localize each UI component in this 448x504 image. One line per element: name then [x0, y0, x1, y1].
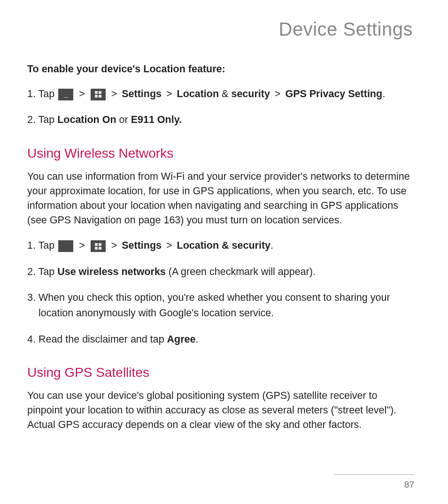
amp-text: & [219, 88, 231, 99]
separator-gt: > [74, 88, 90, 99]
wireless-step-1: 1. Tap > > Settings > Location & securit… [27, 238, 415, 253]
separator-gt: > [270, 88, 286, 99]
wstep-2-rest: (A green checkmark will appear). [166, 266, 316, 277]
apps-icon [91, 240, 106, 252]
page-footer: 87 [334, 474, 414, 490]
separator-gt: > [162, 88, 177, 99]
agree-label: Agree [167, 334, 196, 345]
step-1: 1. Tap > > Settings > Location & securit… [27, 86, 415, 102]
step-2-mid: or [116, 114, 131, 125]
nav-gps-privacy: GPS Privacy Setting [285, 88, 382, 99]
home-icon [58, 240, 73, 252]
wstep-4-end: . [196, 334, 199, 345]
page-number: 87 [334, 480, 414, 490]
nav-settings: Settings [122, 88, 162, 99]
home-icon [58, 89, 73, 100]
nav-location: Location [177, 88, 219, 99]
wstep-4-prefix: 4. Read the disclaimer and tap [27, 334, 167, 345]
step-2-prefix: 2. Tap [27, 114, 57, 125]
separator-gt: > [107, 240, 122, 251]
nav-settings: Settings [122, 240, 162, 251]
wstep-1-prefix: 1. Tap [27, 240, 57, 251]
step-1-end: . [382, 88, 385, 99]
intro-heading: To enable your device's Location feature… [27, 63, 415, 75]
gps-body: You can use your device's global positio… [27, 389, 415, 433]
footer-divider [334, 474, 414, 475]
separator-gt: > [74, 240, 90, 251]
wireless-step-4: 4. Read the disclaimer and tap Agree. [27, 332, 415, 347]
page-title: Device Settings [27, 19, 415, 40]
separator-gt: > [107, 88, 122, 99]
wireless-body: You can use information from Wi-Fi and y… [27, 169, 415, 228]
wireless-step-3: 3. When you check this option, you're as… [27, 290, 415, 321]
nav-location-security: Location & security [177, 240, 271, 251]
separator-gt: > [162, 240, 177, 251]
apps-icon [91, 89, 106, 100]
use-wireless-networks-label: Use wireless networks [57, 266, 166, 277]
step-2: 2. Tap Location On or E911 Only. [27, 112, 415, 128]
e911-only-label: E911 Only. [131, 114, 182, 125]
nav-security: security [231, 88, 270, 99]
wstep-2-prefix: 2. Tap [27, 266, 57, 277]
wstep-1-end: . [270, 240, 273, 251]
section-heading-gps: Using GPS Satellites [27, 365, 415, 380]
section-heading-wireless: Using Wireless Networks [27, 146, 415, 161]
step-1-prefix: 1. Tap [27, 88, 57, 99]
wireless-step-2: 2. Tap Use wireless networks (A green ch… [27, 264, 415, 280]
location-on-label: Location On [57, 114, 116, 125]
